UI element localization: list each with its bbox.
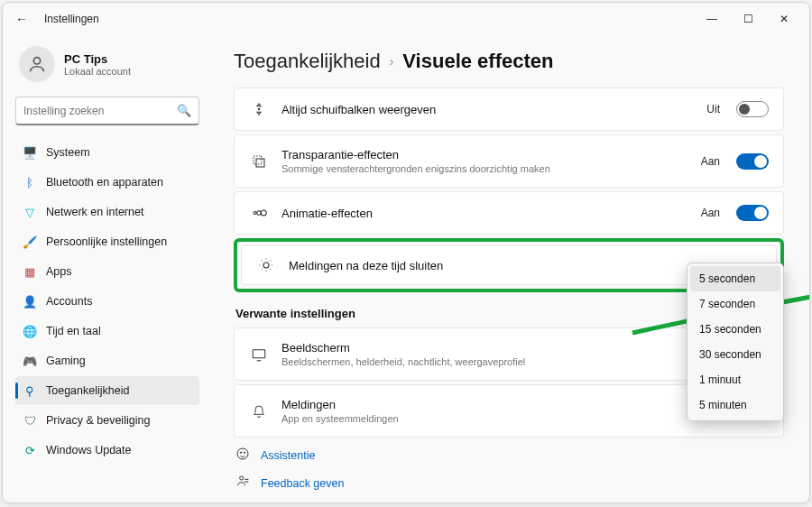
sidebar-item-priv[interactable]: 🛡Privacy & beveiliging	[15, 406, 199, 435]
back-button[interactable]: ←	[15, 12, 33, 26]
svg-rect-3	[256, 159, 264, 167]
row-scrollbars-state: Uit	[706, 103, 720, 115]
link-feedback[interactable]: Feedback geven	[234, 469, 784, 497]
animation-icon	[249, 207, 269, 219]
content-pane: Toegankelijkheid › Visuele effecten Alti…	[208, 35, 809, 502]
bt-icon: ᛒ	[23, 175, 37, 189]
pers-icon: 🖌️	[23, 235, 37, 249]
access-icon: ⚲	[23, 383, 37, 398]
row-transparency[interactable]: Transparantie-effecten Sommige vensterac…	[234, 134, 784, 188]
timeout-dropdown[interactable]: 5 seconden7 seconden15 seconden30 second…	[687, 263, 784, 421]
sidebar-item-label: Systeem	[46, 146, 90, 159]
scrollbar-icon	[249, 102, 269, 116]
svg-point-11	[244, 452, 245, 453]
sidebar-item-game[interactable]: 🎮Gaming	[15, 346, 199, 375]
profile-name: PC Tips	[64, 52, 131, 66]
row-notifs-sub: App en systeemmeldingen	[281, 413, 746, 424]
minimize-button[interactable]: —	[694, 6, 730, 32]
dropdown-option[interactable]: 1 minuut	[690, 367, 780, 392]
sidebar-item-label: Bluetooth en apparaten	[46, 176, 163, 189]
breadcrumb-parent[interactable]: Toegankelijkheid	[234, 50, 381, 73]
acct-icon: 👤	[23, 294, 37, 309]
titlebar: ← Instellingen — ☐ ✕	[3, 3, 809, 35]
sidebar-item-label: Accounts	[46, 295, 92, 308]
row-display-title: Beeldscherm	[281, 341, 746, 355]
link-assist-label: Assistentie	[261, 449, 315, 462]
svg-point-7	[263, 263, 269, 268]
game-icon: 🎮	[23, 354, 37, 368]
profile-block[interactable]: PC Tips Lokaal account	[15, 41, 199, 95]
row-notifs-title: Meldingen	[281, 398, 746, 411]
sidebar-item-label: Toegankelijkheid	[46, 384, 129, 397]
avatar-icon	[19, 46, 55, 82]
svg-point-4	[254, 212, 256, 215]
feedback-icon	[235, 475, 252, 492]
close-button[interactable]: ✕	[766, 6, 802, 32]
maximize-button[interactable]: ☐	[730, 6, 766, 32]
link-feedback-label: Feedback geven	[261, 477, 344, 490]
sidebar-item-net[interactable]: ▽Netwerk en internet	[15, 198, 199, 226]
priv-icon: 🛡	[23, 413, 37, 428]
sidebar-item-apps[interactable]: ▦Apps	[15, 257, 199, 286]
assist-icon	[235, 447, 252, 464]
svg-point-5	[257, 211, 262, 216]
dropdown-option[interactable]: 30 seconden	[690, 342, 780, 367]
svg-point-6	[261, 210, 266, 216]
dropdown-option[interactable]: 5 seconden	[690, 266, 780, 291]
row-animation-title: Animatie-effecten	[281, 207, 688, 220]
search-input[interactable]	[23, 105, 177, 117]
toggle-scrollbars[interactable]	[736, 101, 769, 117]
sidebar-item-label: Windows Update	[46, 444, 132, 456]
dropdown-option[interactable]: 15 seconden	[690, 317, 780, 342]
nav-list: 🖥️SysteemᛒBluetooth en apparaten▽Netwerk…	[15, 138, 199, 465]
sidebar-item-label: Gaming	[46, 355, 86, 367]
svg-rect-8	[253, 349, 265, 357]
search-box[interactable]: 🔍	[15, 97, 199, 125]
sidebar-item-bt[interactable]: ᛒBluetooth en apparaten	[15, 168, 199, 197]
update-icon: ⟳	[23, 443, 37, 457]
svg-point-10	[240, 452, 241, 453]
sidebar-item-label: Privacy & beveiliging	[46, 414, 150, 427]
row-animation-state: Aan	[701, 207, 720, 219]
link-assist[interactable]: Assistentie	[234, 441, 784, 469]
row-transparency-state: Aan	[701, 155, 720, 168]
row-scrollbars-title: Altijd schuifbalken weergeven	[281, 103, 694, 116]
sidebar-item-label: Persoonlijke instellingen	[46, 235, 167, 248]
row-transparency-title: Transparantie-effecten	[281, 148, 688, 161]
sidebar-item-update[interactable]: ⟳Windows Update	[15, 436, 199, 465]
row-animation[interactable]: Animatie-effecten Aan	[234, 191, 784, 235]
page-title: Visuele effecten	[402, 50, 553, 73]
brightness-icon	[256, 257, 276, 273]
monitor-icon	[249, 347, 269, 362]
sidebar-item-label: Tijd en taal	[46, 325, 101, 337]
profile-sub: Lokaal account	[64, 66, 131, 77]
toggle-transparency[interactable]	[736, 153, 769, 170]
row-scrollbars[interactable]: Altijd schuifbalken weergeven Uit	[234, 88, 784, 131]
search-icon: 🔍	[177, 104, 191, 117]
svg-point-1	[258, 108, 259, 109]
dropdown-option[interactable]: 5 minuten	[690, 392, 780, 418]
sidebar: PC Tips Lokaal account 🔍 🖥️SysteemᛒBluet…	[3, 35, 208, 502]
chevron-right-icon: ›	[390, 54, 394, 69]
row-display-sub: Beeldschermen, helderheid, nachtlicht, w…	[281, 356, 746, 367]
sidebar-item-pers[interactable]: 🖌️Persoonlijke instellingen	[15, 227, 199, 256]
net-icon: ▽	[23, 205, 37, 219]
transparency-icon	[249, 153, 269, 170]
system-icon: 🖥️	[23, 145, 37, 160]
svg-point-0	[33, 58, 40, 64]
sidebar-item-time[interactable]: 🌐Tijd en taal	[15, 317, 199, 346]
svg-point-12	[240, 476, 244, 480]
bell-icon	[249, 403, 269, 419]
dropdown-option[interactable]: 7 seconden	[690, 291, 780, 317]
time-icon: 🌐	[23, 324, 37, 338]
sidebar-item-acct[interactable]: 👤Accounts	[15, 287, 199, 316]
sidebar-item-system[interactable]: 🖥️Systeem	[15, 138, 199, 167]
breadcrumb: Toegankelijkheid › Visuele effecten	[234, 50, 784, 73]
svg-point-9	[237, 448, 248, 459]
sidebar-item-access[interactable]: ⚲Toegankelijkheid	[15, 376, 199, 405]
svg-rect-2	[254, 156, 262, 164]
sidebar-item-label: Apps	[46, 265, 72, 278]
row-transparency-sub: Sommige vensterachtergronden enigszins d…	[281, 163, 688, 174]
window-title: Instellingen	[44, 13, 99, 25]
toggle-animation[interactable]	[736, 205, 769, 221]
